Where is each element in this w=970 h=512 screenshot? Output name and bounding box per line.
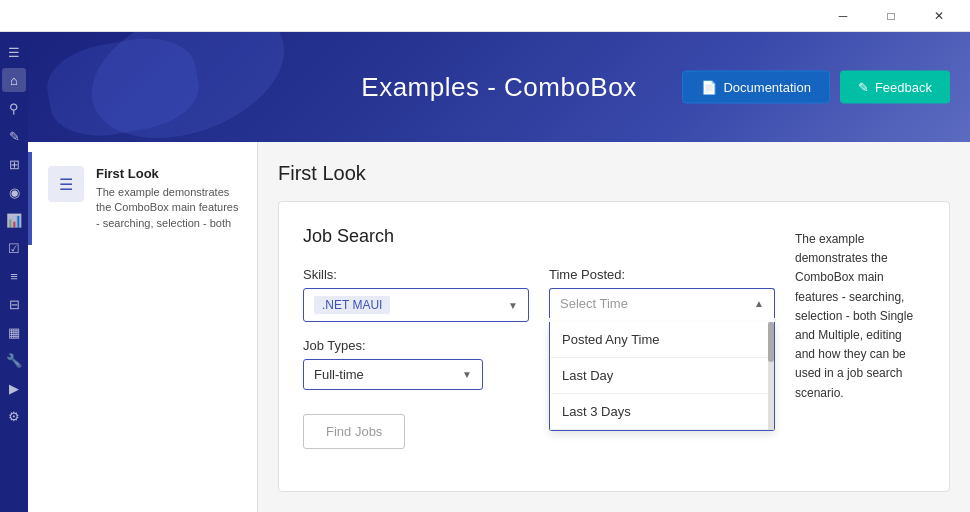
- jobtypes-group: Job Types: Full-time: [303, 338, 529, 390]
- close-button[interactable]: ✕: [916, 0, 962, 32]
- sidebar-icon-edit[interactable]: ✎: [2, 124, 26, 148]
- sidebar-icon-grid[interactable]: ⊞: [2, 152, 26, 176]
- time-group: Time Posted: Select Time Posted Any Time…: [549, 267, 775, 322]
- sidebar-icon-radio[interactable]: ◉: [2, 180, 26, 204]
- skills-combobox[interactable]: .NET MAUI: [303, 288, 529, 322]
- find-jobs-button[interactable]: Find Jobs: [303, 414, 405, 449]
- time-label: Time Posted:: [549, 267, 775, 282]
- sidebar: ☰ ⌂ ⚲ ✎ ⊞ ◉ 📊 ☑ ≡ ⊟ ▦ 🔧 ▶ ⚙: [0, 32, 28, 512]
- jobtypes-combobox[interactable]: Full-time: [303, 359, 483, 390]
- examples-sidebar: ☰ First Look The example demonstrates th…: [28, 142, 258, 512]
- sidebar-icon-table[interactable]: ▦: [2, 320, 26, 344]
- sidebar-icon-chart[interactable]: 📊: [2, 208, 26, 232]
- maximize-button[interactable]: □: [868, 0, 914, 32]
- feedback-label: Feedback: [875, 80, 932, 95]
- demo-form: Job Search Skills: .NET MAUI: [303, 226, 775, 467]
- feedback-button[interactable]: ✎ Feedback: [840, 71, 950, 104]
- header: Examples - ComboBox 📄 Documentation ✎ Fe…: [28, 32, 970, 142]
- documentation-button[interactable]: 📄 Documentation: [682, 71, 829, 104]
- feedback-icon: ✎: [858, 80, 869, 95]
- title-bar: ─ □ ✕: [0, 0, 970, 32]
- sidebar-icon-tools[interactable]: 🔧: [2, 348, 26, 372]
- list-icon: ☰: [59, 175, 73, 194]
- example-description: The example demonstrates the ComboBox ma…: [96, 185, 241, 231]
- time-dropdown-list: Posted Any Time Last Day Last 3 Days: [549, 322, 775, 431]
- sidebar-icon-home[interactable]: ⌂: [2, 68, 26, 92]
- page-title: Examples - ComboBox: [361, 72, 636, 103]
- form-row-1: Skills: .NET MAUI Time Post: [303, 267, 775, 322]
- skills-tag: .NET MAUI: [314, 296, 390, 314]
- jobtypes-label: Job Types:: [303, 338, 529, 353]
- sidebar-icon-check[interactable]: ☑: [2, 236, 26, 260]
- example-item-firstlook[interactable]: ☰ First Look The example demonstrates th…: [28, 152, 257, 245]
- app-container: ☰ ⌂ ⚲ ✎ ⊞ ◉ 📊 ☑ ≡ ⊟ ▦ 🔧 ▶ ⚙ Examples - C…: [0, 32, 970, 512]
- sidebar-icon-list[interactable]: ≡: [2, 264, 26, 288]
- example-text: First Look The example demonstrates the …: [96, 166, 241, 231]
- header-buttons: 📄 Documentation ✎ Feedback: [682, 71, 950, 104]
- time-dropdown-icon: [754, 298, 764, 309]
- sidebar-icon-settings[interactable]: ⚙: [2, 404, 26, 428]
- sidebar-icon-play[interactable]: ▶: [2, 376, 26, 400]
- example-title: First Look: [96, 166, 241, 181]
- time-placeholder: Select Time: [560, 296, 628, 311]
- dropdown-item-anytime[interactable]: Posted Any Time: [550, 322, 774, 358]
- form-title: Job Search: [303, 226, 775, 247]
- time-dropdown-container: Select Time Posted Any Time Last Day Las…: [549, 288, 775, 322]
- minimize-button[interactable]: ─: [820, 0, 866, 32]
- skills-label: Skills:: [303, 267, 529, 282]
- example-icon: ☰: [48, 166, 84, 202]
- doc-icon: 📄: [701, 80, 717, 95]
- scrollbar-thumb: [768, 322, 774, 362]
- dropdown-item-last3days[interactable]: Last 3 Days: [550, 394, 774, 430]
- dropdown-item-lastday[interactable]: Last Day: [550, 358, 774, 394]
- demo-description: The example demonstrates the ComboBox ma…: [795, 226, 925, 467]
- skills-group: Skills: .NET MAUI: [303, 267, 529, 322]
- body-area: ☰ First Look The example demonstrates th…: [28, 142, 970, 512]
- skills-value: .NET MAUI: [314, 296, 390, 314]
- content-area: Examples - ComboBox 📄 Documentation ✎ Fe…: [28, 32, 970, 512]
- skills-dropdown-icon: [508, 300, 518, 311]
- sidebar-icon-menu[interactable]: ☰: [2, 40, 26, 64]
- sidebar-icon-search[interactable]: ⚲: [2, 96, 26, 120]
- dropdown-scrollbar[interactable]: [768, 322, 774, 430]
- demo-card: Job Search Skills: .NET MAUI: [278, 201, 950, 492]
- jobtypes-value: Full-time: [314, 367, 364, 382]
- section-title: First Look: [278, 162, 950, 185]
- time-combobox[interactable]: Select Time: [549, 288, 775, 318]
- main-content: First Look Job Search Skills: .NET MAU: [258, 142, 970, 512]
- doc-label: Documentation: [723, 80, 810, 95]
- sidebar-icon-minus[interactable]: ⊟: [2, 292, 26, 316]
- jobtypes-dropdown-icon: [462, 369, 472, 380]
